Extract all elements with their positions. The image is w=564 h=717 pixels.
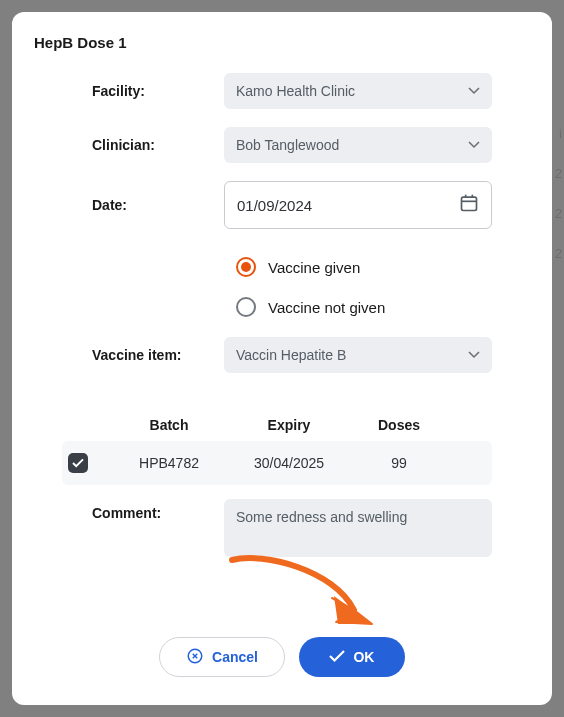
clinician-value: Bob Tanglewood [236,137,339,153]
col-expiry: Expiry [224,417,354,433]
cancel-button[interactable]: Cancel [159,637,285,677]
radio-vaccine-not-given[interactable]: Vaccine not given [224,287,530,327]
comment-textarea[interactable]: Some redness and swelling [224,499,492,557]
comment-row: Comment: Some redness and swelling [34,499,530,557]
date-label: Date: [34,197,224,213]
cell-batch: HPB4782 [114,455,224,471]
cell-expiry: 30/04/2025 [224,455,354,471]
facility-value: Kamo Health Clinic [236,83,355,99]
ok-label: OK [353,649,374,665]
check-icon [329,649,345,666]
radio-label: Vaccine not given [268,299,385,316]
vaccine-item-select[interactable]: Vaccin Hepatite B [224,337,492,373]
chevron-down-icon [468,87,480,95]
bg-text: 2 [555,206,562,221]
facility-label: Facility: [34,83,224,99]
calendar-icon[interactable] [459,193,479,217]
chevron-down-icon [468,351,480,359]
svg-rect-0 [462,197,477,210]
chevron-down-icon [468,141,480,149]
col-doses: Doses [354,417,444,433]
date-value: 01/09/2024 [237,197,312,214]
cancel-circle-x-icon [186,647,204,668]
table-row[interactable]: HPB4782 30/04/2025 99 [62,441,492,485]
bg-text: 2 [555,246,562,261]
radio-label: Vaccine given [268,259,360,276]
radio-icon [236,297,256,317]
clinician-label: Clinician: [34,137,224,153]
comment-label: Comment: [34,499,224,521]
radio-icon [236,257,256,277]
cancel-label: Cancel [212,649,258,665]
vaccine-item-row: Vaccine item: Vaccin Hepatite B [34,337,530,373]
ok-button[interactable]: OK [299,637,405,677]
batch-table-header: Batch Expiry Doses [62,409,492,441]
date-input[interactable]: 01/09/2024 [224,181,492,229]
radio-vaccine-given[interactable]: Vaccine given [224,247,530,287]
cell-doses: 99 [354,455,444,471]
facility-select[interactable]: Kamo Health Clinic [224,73,492,109]
vaccine-item-value: Vaccin Hepatite B [236,347,346,363]
vaccine-item-label: Vaccine item: [34,347,224,363]
date-row: Date: 01/09/2024 [34,181,530,229]
bg-text: i [559,126,562,141]
batch-table: Batch Expiry Doses HPB4782 30/04/2025 99 [62,409,492,485]
col-batch: Batch [114,417,224,433]
batch-row-checkbox[interactable] [68,453,88,473]
modal-title: HepB Dose 1 [34,34,530,51]
clinician-select[interactable]: Bob Tanglewood [224,127,492,163]
bg-text: 2 [555,166,562,181]
vaccine-status-radio-group: Vaccine given Vaccine not given [224,247,530,327]
vaccine-dose-modal: HepB Dose 1 Facility: Kamo Health Clinic… [12,12,552,705]
clinician-row: Clinician: Bob Tanglewood [34,127,530,163]
modal-button-row: Cancel OK [34,617,530,677]
facility-row: Facility: Kamo Health Clinic [34,73,530,109]
